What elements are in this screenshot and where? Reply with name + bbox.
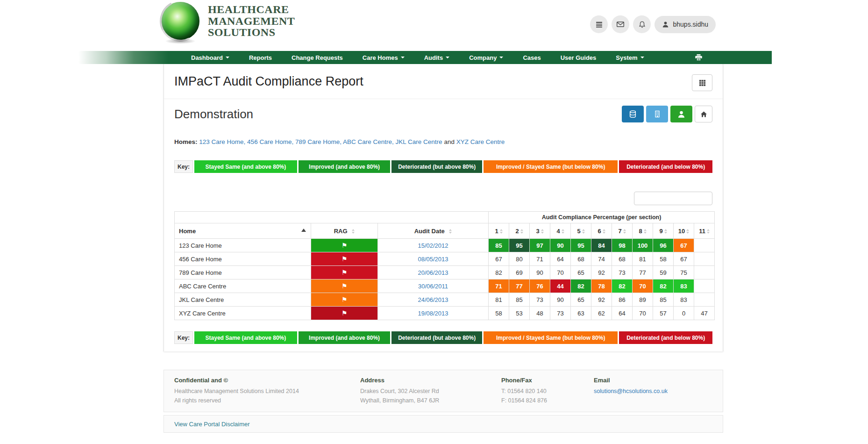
footer-phone: Phone/Fax T: 01564 820 140 F: 01564 824 …: [501, 377, 594, 405]
compliance-value-cell: 69: [509, 266, 530, 279]
home-link-xyz-care-centre[interactable]: XYZ Care Centre: [456, 138, 505, 145]
title-divider: [164, 99, 723, 99]
disclaimer-bar: View Care Portal Disclaimer: [164, 415, 723, 433]
compliance-value-cell: 90: [530, 266, 550, 279]
compliance-value-cell: 67: [489, 252, 509, 266]
compliance-value-cell: [694, 252, 715, 266]
key-item-deteriorated_below: Deteriorated (and below 80%): [619, 331, 712, 344]
home-button[interactable]: [695, 106, 712, 122]
flag-icon[interactable]: ⚑: [311, 307, 377, 320]
user-report-button[interactable]: [670, 106, 692, 122]
compliance-value-cell: 71: [530, 252, 550, 266]
compliance-value-cell: 73: [530, 293, 550, 307]
sort-icon: [603, 229, 605, 234]
caret-down-icon: [226, 57, 229, 58]
compliance-value-cell: 65: [571, 266, 591, 279]
feed-button[interactable]: [590, 15, 608, 33]
nav-item-system[interactable]: System: [606, 51, 654, 64]
compliance-value-cell: [694, 266, 715, 279]
compliance-value-cell: 47: [694, 307, 715, 320]
column-header-3[interactable]: 3: [530, 223, 550, 239]
column-header-11[interactable]: 11: [694, 223, 715, 239]
user-menu-button[interactable]: bhups.sidhu: [655, 16, 716, 33]
flag-icon[interactable]: ⚑: [311, 293, 377, 306]
home-link-abc-care-centre[interactable]: ABC Care Centre: [343, 138, 392, 145]
group-header-label: Audit Compliance Percentage (per section…: [489, 212, 715, 223]
column-header-8[interactable]: 8: [633, 223, 653, 239]
compliance-value-cell: 85: [489, 239, 509, 252]
audit-date-link[interactable]: 20/06/2013: [378, 266, 489, 279]
section-number-label: 7: [618, 228, 621, 235]
home-link-456-care-home[interactable]: 456 Care Home: [247, 138, 292, 145]
separator: ,: [340, 138, 343, 145]
notifications-button[interactable]: [633, 15, 651, 33]
nav-item-reports[interactable]: Reports: [239, 51, 282, 64]
building-button[interactable]: [646, 106, 668, 122]
table-search-input[interactable]: [634, 192, 712, 205]
audit-compliance-table: Audit Compliance Percentage (per section…: [174, 211, 715, 320]
column-header-audit-date[interactable]: Audit Date: [378, 223, 489, 239]
nav-item-user-guides[interactable]: User Guides: [551, 51, 606, 64]
compliance-value-cell: 67: [674, 252, 694, 266]
database-button[interactable]: [622, 106, 644, 122]
column-header-4[interactable]: 4: [550, 223, 571, 239]
nav-item-dashboard[interactable]: Dashboard: [181, 51, 239, 64]
compliance-value-cell: 81: [633, 252, 653, 266]
section-number-label: 5: [577, 228, 580, 235]
home-link-123-care-home[interactable]: 123 Care Home: [199, 138, 243, 145]
home-link-jkl-care-centre[interactable]: JKL Care Centre: [396, 138, 442, 145]
audit-date-link[interactable]: 08/05/2013: [378, 252, 489, 266]
compliance-value-cell: 57: [653, 307, 674, 320]
compliance-value-cell: [694, 279, 715, 293]
compliance-value-cell: 63: [571, 307, 591, 320]
home-name-cell: ABC Care Centre: [175, 279, 311, 293]
flag-icon[interactable]: ⚑: [311, 252, 377, 265]
column-header-6[interactable]: 6: [591, 223, 612, 239]
sort-icon: [707, 229, 710, 234]
grid-view-button[interactable]: [692, 74, 712, 91]
table-row-jkl-care-centre: JKL Care Centre⚑24/06/201381857390659286…: [175, 293, 715, 307]
flag-icon[interactable]: ⚑: [311, 239, 377, 252]
nav-item-care-homes[interactable]: Care Homes: [353, 51, 414, 64]
nav-item-company[interactable]: Company: [459, 51, 513, 64]
column-header-1[interactable]: 1: [489, 223, 509, 239]
messages-button[interactable]: [612, 15, 629, 33]
print-button[interactable]: [695, 54, 703, 61]
key-legend-bottom: Key: Stayed Same (and above 80%)Improved…: [174, 331, 712, 344]
table-row-xyz-care-centre: XYZ Care Centre⚑19/08/201358534873636264…: [175, 307, 715, 320]
rag-status-cell: ⚑: [311, 266, 378, 279]
column-header-10[interactable]: 10: [674, 223, 694, 239]
column-header-5[interactable]: 5: [571, 223, 591, 239]
compliance-value-cell: 64: [550, 252, 571, 266]
column-header-9[interactable]: 9: [653, 223, 674, 239]
compliance-value-cell: 85: [509, 293, 530, 307]
audit-date-link[interactable]: 30/06/2011: [378, 279, 489, 293]
footer-phone-heading: Phone/Fax: [501, 377, 594, 384]
sort-icon: [562, 229, 564, 234]
audit-date-link[interactable]: 15/02/2012: [378, 239, 489, 252]
header-actions: bhups.sidhu: [590, 15, 716, 33]
flag-icon[interactable]: ⚑: [311, 279, 377, 293]
audit-date-link[interactable]: 24/06/2013: [378, 293, 489, 307]
nav-item-cases[interactable]: Cases: [513, 51, 550, 64]
home-link-789-care-home[interactable]: 789 Care Home: [295, 138, 340, 145]
footer-phone-line: T: 01564 820 140: [501, 387, 594, 396]
footer-email-link[interactable]: solutions@hcsolutions.co.uk: [594, 387, 668, 396]
nav-item-audits[interactable]: Audits: [414, 51, 459, 64]
column-header-rag[interactable]: RAG: [311, 223, 378, 239]
compliance-value-cell: 76: [530, 279, 550, 293]
flag-icon[interactable]: ⚑: [311, 266, 377, 279]
audit-date-link[interactable]: 19/08/2013: [378, 307, 489, 320]
sort-icon: [520, 229, 523, 234]
nav-item-change-requests[interactable]: Change Requests: [282, 51, 353, 64]
disclaimer-link[interactable]: View Care Portal Disclaimer: [174, 421, 250, 428]
column-header-home[interactable]: Home: [175, 223, 311, 239]
compliance-value-cell: 64: [612, 307, 633, 320]
column-header-7[interactable]: 7: [612, 223, 633, 239]
compliance-value-cell: 95: [571, 239, 591, 252]
home-name-cell: 456 Care Home: [175, 252, 311, 266]
home-column-label: Home: [179, 228, 196, 235]
footer-email-heading: Email: [594, 377, 712, 384]
column-header-2[interactable]: 2: [509, 223, 530, 239]
key-item-improved_below: Improved / Stayed Same (but below 80%): [484, 160, 618, 173]
